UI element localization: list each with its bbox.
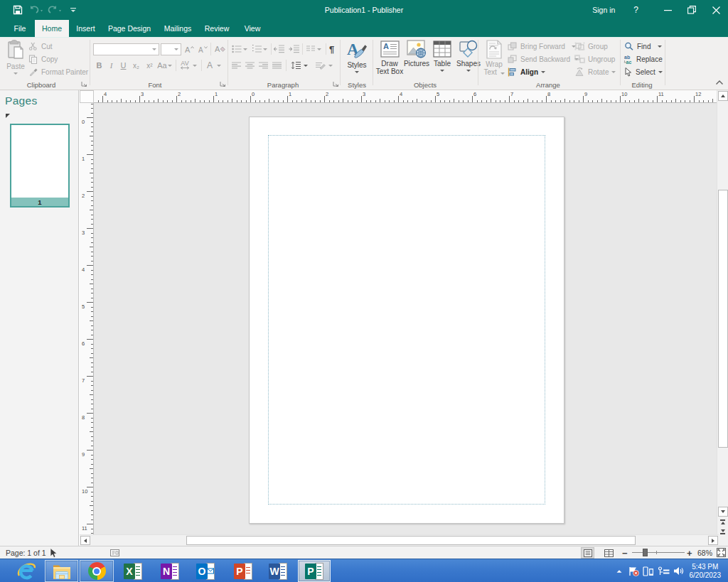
scroll-down-button[interactable] bbox=[718, 507, 728, 517]
rotate-button[interactable]: Rotate bbox=[574, 68, 616, 77]
horizontal-scroll-thumb[interactable] bbox=[186, 536, 636, 545]
bold-button[interactable]: B bbox=[93, 61, 105, 70]
send-backward-button[interactable]: Send Backward bbox=[508, 55, 579, 63]
pictures-button[interactable]: Pictures bbox=[402, 40, 431, 68]
zoom-in-button[interactable]: + bbox=[687, 548, 692, 559]
sign-in-link[interactable]: Sign in bbox=[592, 6, 615, 14]
horizontal-scrollbar[interactable] bbox=[80, 534, 719, 546]
font-size-combobox[interactable] bbox=[161, 43, 181, 55]
subscript-button[interactable]: x₂ bbox=[129, 62, 143, 70]
table-button[interactable]: Table bbox=[429, 40, 455, 72]
taskbar-outlook[interactable]: O bbox=[195, 560, 216, 582]
align-left-button[interactable] bbox=[232, 62, 241, 70]
bullets-button[interactable] bbox=[232, 45, 242, 53]
redo-button[interactable] bbox=[46, 2, 64, 18]
ungroup-button[interactable]: Ungroup bbox=[574, 55, 615, 63]
shrink-font-button[interactable]: A bbox=[197, 43, 209, 55]
vertical-scroll-thumb[interactable] bbox=[718, 190, 728, 448]
ruler-origin-box[interactable] bbox=[80, 90, 94, 103]
undo-button[interactable] bbox=[27, 2, 46, 18]
customize-qat-button[interactable] bbox=[64, 2, 82, 18]
grow-font-button[interactable]: A bbox=[183, 43, 196, 55]
replace-button[interactable]: ab ac Replace bbox=[623, 55, 663, 64]
cut-button[interactable]: Cut bbox=[28, 42, 53, 50]
taskbar-clock[interactable]: 5:43 PM 6/20/2023 bbox=[690, 563, 722, 580]
align-right-button[interactable] bbox=[259, 62, 268, 70]
zoom-level[interactable]: 68% bbox=[697, 549, 712, 557]
help-button[interactable]: ? bbox=[633, 5, 638, 15]
collapse-ribbon-button[interactable] bbox=[715, 80, 724, 85]
tab-view[interactable]: View bbox=[235, 20, 270, 37]
shapes-button[interactable]: Shapes bbox=[454, 40, 483, 72]
justify-button[interactable] bbox=[272, 62, 282, 70]
change-case-button[interactable]: Aa bbox=[156, 61, 168, 70]
tab-mailings[interactable]: Mailings bbox=[156, 20, 199, 37]
paste-button[interactable]: Paste bbox=[6, 40, 26, 75]
taskbar-publisher[interactable]: P bbox=[298, 560, 331, 582]
single-page-view-button[interactable] bbox=[581, 547, 594, 559]
tab-review[interactable]: Review bbox=[199, 20, 235, 37]
group-button[interactable]: Group bbox=[574, 42, 608, 50]
taskbar-file-explorer[interactable] bbox=[45, 560, 78, 582]
copy-button[interactable]: Copy bbox=[28, 55, 58, 64]
draw-text-box-button[interactable]: A Draw Text Box bbox=[375, 40, 404, 75]
two-page-view-button[interactable] bbox=[602, 547, 616, 559]
object-position-icon[interactable] bbox=[110, 549, 119, 556]
taskbar-powerpoint[interactable]: P bbox=[232, 560, 254, 582]
increase-indent-button[interactable] bbox=[289, 45, 299, 53]
numbering-button[interactable] bbox=[252, 45, 262, 53]
publication-page[interactable] bbox=[249, 117, 564, 524]
close-button[interactable] bbox=[704, 0, 728, 20]
font-color-button[interactable]: A bbox=[205, 60, 215, 70]
previous-page-button[interactable] bbox=[718, 518, 727, 526]
bring-forward-button[interactable]: Bring Forward bbox=[508, 42, 576, 50]
zoom-out-button[interactable]: − bbox=[622, 548, 628, 559]
format-painter-button[interactable]: Format Painter bbox=[28, 68, 88, 77]
scroll-up-button[interactable] bbox=[718, 91, 728, 101]
wrap-text-button[interactable]: Wrap Text bbox=[482, 40, 506, 76]
input-indicator-icon[interactable] bbox=[658, 566, 670, 576]
collapse-pages-panel-icon[interactable] bbox=[6, 114, 10, 118]
tab-insert[interactable]: Insert bbox=[69, 20, 102, 37]
tab-home[interactable]: Home bbox=[35, 20, 69, 37]
taskbar-onenote[interactable]: N bbox=[159, 560, 181, 582]
tab-page-design[interactable]: Page Design bbox=[102, 20, 156, 37]
maximize-button[interactable] bbox=[680, 0, 704, 20]
taskbar-chrome[interactable] bbox=[80, 560, 114, 582]
char-spacing-button[interactable]: AV bbox=[178, 61, 191, 70]
action-center-icon[interactable] bbox=[628, 566, 639, 576]
underline-button[interactable]: U bbox=[117, 61, 129, 70]
clear-formatting-button[interactable]: A bbox=[213, 43, 226, 55]
scroll-right-button[interactable] bbox=[708, 536, 718, 545]
page-indicator[interactable]: Page: 1 of 1 bbox=[6, 549, 46, 557]
volume-icon[interactable] bbox=[673, 566, 684, 576]
page-thumbnail[interactable]: 1 bbox=[10, 124, 70, 208]
horizontal-ruler[interactable]: 43210123456789101112 bbox=[94, 90, 717, 103]
zoom-slider-thumb[interactable] bbox=[643, 549, 648, 556]
line-spacing-button[interactable] bbox=[291, 61, 301, 70]
align-button[interactable]: Align bbox=[508, 68, 545, 77]
taskbar-excel[interactable]: X bbox=[122, 560, 144, 582]
minimize-button[interactable] bbox=[655, 0, 680, 20]
styles-button[interactable]: A Styles bbox=[344, 40, 370, 73]
clipboard-dialog-launcher[interactable] bbox=[81, 81, 88, 88]
save-button[interactable] bbox=[9, 2, 27, 18]
font-name-combobox[interactable] bbox=[93, 43, 159, 55]
fit-page-button[interactable] bbox=[717, 548, 726, 557]
columns-button[interactable] bbox=[306, 45, 316, 53]
special-characters-button[interactable]: ¶ bbox=[329, 44, 334, 55]
zoom-slider-track[interactable] bbox=[632, 552, 685, 553]
decrease-indent-button[interactable] bbox=[274, 45, 284, 53]
select-button[interactable]: Select bbox=[624, 68, 663, 77]
scroll-left-button[interactable] bbox=[80, 536, 90, 545]
align-center-button[interactable] bbox=[245, 62, 255, 70]
show-hidden-icons-button[interactable] bbox=[616, 568, 623, 574]
devices-icon[interactable] bbox=[643, 566, 654, 576]
paragraph-format-button[interactable] bbox=[315, 61, 326, 70]
italic-button[interactable]: I bbox=[105, 61, 117, 70]
taskbar-internet-explorer[interactable] bbox=[16, 560, 37, 582]
vertical-scrollbar[interactable] bbox=[717, 90, 728, 538]
superscript-button[interactable]: x² bbox=[143, 62, 156, 70]
tab-file[interactable]: File bbox=[5, 20, 35, 37]
vertical-ruler[interactable]: 01234567891011 bbox=[80, 103, 94, 534]
